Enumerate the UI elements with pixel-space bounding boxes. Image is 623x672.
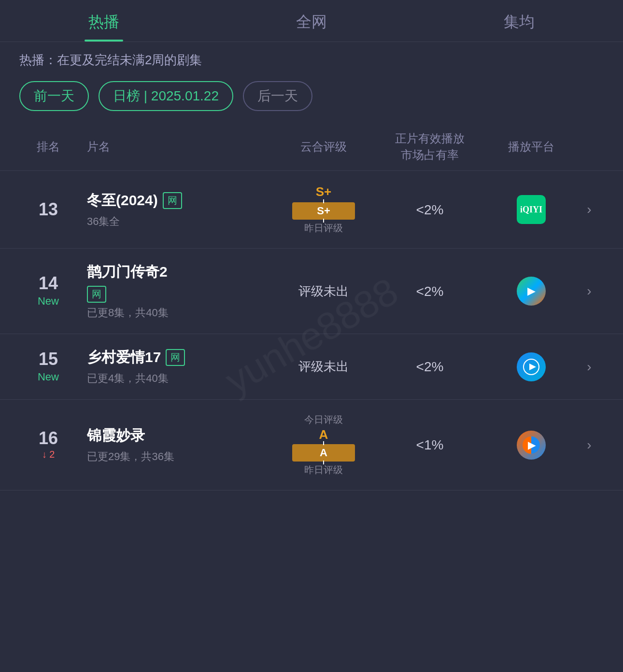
detail-arrow[interactable]: › (575, 283, 604, 299)
title-block: 冬至(2024) 网 36集全 (77, 191, 275, 229)
rank-block: 15 New (19, 350, 77, 383)
title-text: 鹊刀门传奇2 (87, 262, 168, 282)
detail-arrow[interactable]: › (575, 202, 604, 217)
header-market: 正片有效播放 市场占有率 (372, 130, 488, 163)
platform-block: iQIYI (488, 195, 575, 224)
detail-arrow[interactable]: › (575, 437, 604, 453)
rank-new-label: New (19, 295, 77, 308)
rank-block: 13 (19, 201, 77, 218)
rank-number: 15 (19, 350, 77, 368)
rating-bar-label: 昨日评级 (292, 463, 355, 476)
youku-icon (517, 352, 546, 381)
rank-number: 16 (19, 430, 77, 447)
market-value: <2% (372, 200, 488, 219)
platform-block (488, 352, 575, 381)
title-text: 冬至(2024) (87, 191, 158, 210)
svg-marker-1 (529, 364, 536, 370)
title-text: 锦霞妙录 (87, 426, 145, 446)
platform-block: ▶ (488, 431, 575, 460)
rank-block: 14 New (19, 275, 77, 308)
tab-hotplay[interactable]: 热播 (0, 0, 208, 42)
rating-block: S+ S+ 昨日评级 (275, 184, 372, 235)
rating-bar-label: 昨日评级 (292, 222, 355, 235)
nav-row: 前一天 日榜 | 2025.01.22 后一天 (0, 76, 623, 123)
rating-value: A (319, 427, 328, 442)
tencent-icon (517, 277, 546, 306)
market-value: <1% (372, 435, 488, 454)
next-day-button[interactable]: 后一天 (243, 81, 312, 111)
tab-avgep[interactable]: 集均 (415, 0, 623, 42)
rating-value: S+ (316, 184, 332, 199)
platform-block (488, 277, 575, 306)
title-block: 乡村爱情17 网 已更4集，共40集 (77, 348, 275, 386)
detail-arrow[interactable]: › (575, 359, 604, 375)
title-block: 锦霞妙录 已更29集，共36集 (77, 426, 275, 464)
header-rank: 排名 (19, 139, 77, 154)
prev-day-button[interactable]: 前一天 (19, 81, 89, 111)
table-row: 13 冬至(2024) 网 36集全 S+ S+ 昨日评级 <2% iQIYI … (0, 171, 623, 249)
rank-new-label: New (19, 371, 77, 383)
svg-text:▶: ▶ (528, 440, 536, 450)
rating-block: 评级未出 (275, 358, 372, 375)
market-value: <2% (372, 357, 488, 376)
rank-number: 13 (19, 201, 77, 218)
iqiyi-icon: iQIYI (517, 195, 546, 224)
table-row: 16 ↓ 2 锦霞妙录 已更29集，共36集 今日评级 A A 昨日评级 <1% (0, 400, 623, 490)
douyin-icon: ▶ (517, 431, 546, 460)
rating-block: 今日评级 A A 昨日评级 (275, 413, 372, 476)
rating-block: 评级未出 (275, 283, 372, 300)
today-rating-label: 今日评级 (304, 413, 343, 426)
network-badge: 网 (87, 286, 106, 303)
description-text: 热播：在更及完结未满2周的剧集 (0, 42, 623, 76)
rating-label: 评级未出 (275, 283, 372, 300)
bar-label: A (320, 447, 327, 459)
title-text: 乡村爱情17 (87, 348, 161, 367)
title-sub: 已更29集，共36集 (87, 449, 275, 464)
table-row: 14 New 鹊刀门传奇2 网 已更8集，共40集 评级未出 <2% › (0, 249, 623, 334)
bar-label: S+ (317, 205, 330, 217)
rank-down-label: ↓ 2 (19, 449, 77, 460)
rating-bar: S+ (292, 202, 355, 220)
header-title: 片名 (77, 139, 275, 154)
network-badge: 网 (163, 192, 182, 209)
title-sub: 已更4集，共40集 (87, 371, 275, 386)
rank-block: 16 ↓ 2 (19, 430, 77, 460)
date-button[interactable]: 日榜 | 2025.01.22 (99, 81, 233, 111)
rating-label: 评级未出 (275, 358, 372, 375)
market-value: <2% (372, 282, 488, 301)
title-sub: 36集全 (87, 214, 275, 229)
tab-allnet[interactable]: 全网 (208, 0, 415, 42)
table-row: 15 New 乡村爱情17 网 已更4集，共40集 评级未出 <2% › (0, 334, 623, 400)
rank-number: 14 (19, 275, 77, 292)
header-rating: 云合评级 (275, 139, 372, 154)
tabs-container: 热播 全网 集均 (0, 0, 623, 42)
network-badge: 网 (166, 349, 185, 366)
header-platform: 播放平台 (488, 139, 575, 154)
rating-bar: A (292, 444, 355, 462)
title-sub: 已更8集，共40集 (87, 306, 275, 320)
title-block: 鹊刀门传奇2 网 已更8集，共40集 (77, 262, 275, 320)
table-header: 排名 片名 云合评级 正片有效播放 市场占有率 播放平台 (0, 123, 623, 171)
